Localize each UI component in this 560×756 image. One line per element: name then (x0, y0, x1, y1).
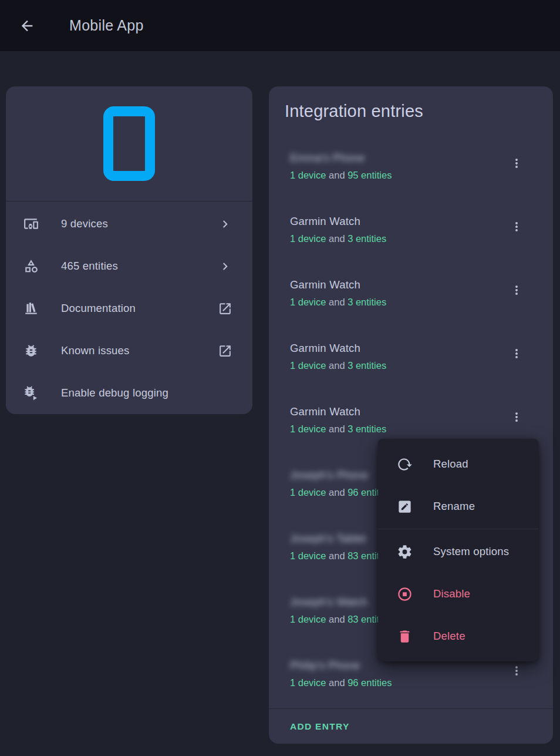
menu-item-disable[interactable]: Disable (378, 573, 538, 615)
open-in-new-icon (218, 344, 232, 358)
integration-logo-box (6, 86, 252, 201)
menu-item-rename[interactable]: Rename (378, 485, 538, 527)
entry-row: Garmin Watch1 device and 3 entities (269, 325, 553, 389)
entry-connector: and (326, 550, 348, 561)
info-item-label: Enable debug logging (61, 387, 168, 399)
entries-card-footer: ADD ENTRY (269, 708, 553, 744)
bug-play-icon (23, 385, 39, 401)
entry-subtitle: 1 device and 3 entities (290, 424, 512, 435)
info-item-label: Documentation (61, 302, 136, 315)
info-item-documentation[interactable]: Documentation (6, 287, 252, 330)
menu-divider (378, 529, 538, 529)
entry-entities-link[interactable]: 95 entities (348, 170, 392, 180)
dots-vertical-icon (510, 410, 524, 424)
entry-row: Garmin Watch1 device and 3 entities (269, 199, 553, 262)
entry-menu-button[interactable] (504, 277, 529, 303)
entry-name: Garmin Watch (290, 342, 512, 355)
entry-entities-link[interactable]: 3 entities (348, 297, 386, 307)
stop-circle-icon (397, 586, 413, 602)
dots-vertical-icon (510, 347, 524, 361)
entries-card-title: Integration entries (269, 86, 553, 121)
menu-item-system-options[interactable]: System options (378, 530, 538, 573)
entry-entities-link[interactable]: 3 entities (348, 360, 386, 371)
cellphone-icon (103, 106, 155, 181)
cog-icon (397, 544, 413, 560)
entry-devices-link[interactable]: 1 device (290, 233, 326, 244)
info-item-label: 465 entities (61, 260, 118, 273)
chevron-right-icon (218, 259, 232, 274)
info-item-debug-logging[interactable]: Enable debug logging (6, 372, 252, 414)
entry-row: Emma's Phone1 device and 95 entities (269, 135, 553, 199)
bookshelf-icon (23, 301, 39, 316)
entry-menu-button[interactable] (504, 214, 529, 240)
menu-item-label: System options (433, 545, 509, 558)
entry-connector: and (326, 424, 348, 434)
dots-vertical-icon (510, 664, 524, 678)
entry-name: Garmin Watch (290, 215, 512, 228)
dots-vertical-icon (510, 283, 524, 297)
entry-connector: and (326, 170, 348, 180)
entry-menu-button[interactable] (504, 658, 529, 684)
dots-vertical-icon (510, 220, 524, 234)
page-title: Mobile App (69, 17, 144, 34)
shapes-icon (23, 258, 39, 274)
integration-info-card: 9 devices465 entitiesDocumentationKnown … (6, 86, 252, 414)
entry-subtitle: 1 device and 3 entities (290, 297, 512, 308)
dots-vertical-icon (510, 156, 524, 170)
info-item-known-issues[interactable]: Known issues (6, 330, 252, 372)
menu-item-delete[interactable]: Delete (378, 615, 538, 657)
info-item-devices[interactable]: 9 devices (6, 203, 252, 245)
reload-icon (397, 456, 413, 472)
entry-subtitle: 1 device and 96 entities (290, 677, 512, 688)
entry-connector: and (326, 614, 348, 624)
entry-devices-link[interactable]: 1 device (290, 170, 326, 180)
entry-devices-link[interactable]: 1 device (290, 360, 326, 371)
entry-entities-link[interactable]: 3 entities (348, 233, 386, 244)
entry-devices-link[interactable]: 1 device (290, 424, 326, 434)
entry-menu-button[interactable] (504, 404, 529, 430)
menu-item-label: Disable (433, 587, 470, 600)
app-header: Mobile App (0, 0, 560, 51)
menu-item-reload[interactable]: Reload (378, 443, 538, 485)
delete-icon (397, 629, 413, 644)
rename-box-icon (397, 499, 413, 515)
entry-name: Garmin Watch (290, 278, 512, 291)
arrow-left-icon (19, 18, 35, 34)
bug-icon (23, 343, 39, 358)
add-entry-button[interactable]: ADD ENTRY (290, 721, 350, 732)
entry-row: Garmin Watch1 device and 3 entities (269, 262, 553, 325)
chevron-right-icon (218, 217, 232, 231)
entry-context-menu: ReloadRenameSystem optionsDisableDelete (378, 439, 538, 661)
entry-entities-link[interactable]: 96 entities (348, 677, 392, 688)
menu-item-label: Rename (433, 500, 475, 513)
entry-devices-link[interactable]: 1 device (290, 677, 326, 688)
info-item-label: 9 devices (61, 217, 108, 230)
entry-connector: and (326, 487, 348, 498)
entry-devices-link[interactable]: 1 device (290, 297, 326, 307)
entry-name: Garmin Watch (290, 405, 512, 418)
entry-subtitle: 1 device and 3 entities (290, 360, 512, 371)
entry-connector: and (326, 297, 348, 307)
back-button[interactable] (13, 12, 41, 40)
info-item-label: Known issues (61, 344, 130, 357)
info-list: 9 devices465 entitiesDocumentationKnown … (6, 201, 252, 414)
menu-item-label: Reload (433, 458, 468, 471)
entry-connector: and (326, 677, 348, 688)
entry-connector: and (326, 233, 348, 244)
entry-entities-link[interactable]: 3 entities (348, 424, 386, 434)
devices-icon (23, 216, 39, 231)
entry-connector: and (326, 360, 348, 371)
entry-devices-link[interactable]: 1 device (290, 487, 326, 498)
entry-menu-button[interactable] (504, 341, 529, 367)
entry-devices-link[interactable]: 1 device (290, 614, 326, 624)
open-in-new-icon (218, 301, 232, 316)
entry-subtitle: 1 device and 3 entities (290, 233, 512, 244)
entry-menu-button[interactable] (504, 150, 529, 176)
entry-devices-link[interactable]: 1 device (290, 550, 326, 561)
menu-item-label: Delete (433, 630, 465, 643)
info-item-entities[interactable]: 465 entities (6, 245, 252, 287)
entry-subtitle: 1 device and 95 entities (290, 170, 512, 181)
entry-name: Emma's Phone (290, 152, 512, 164)
